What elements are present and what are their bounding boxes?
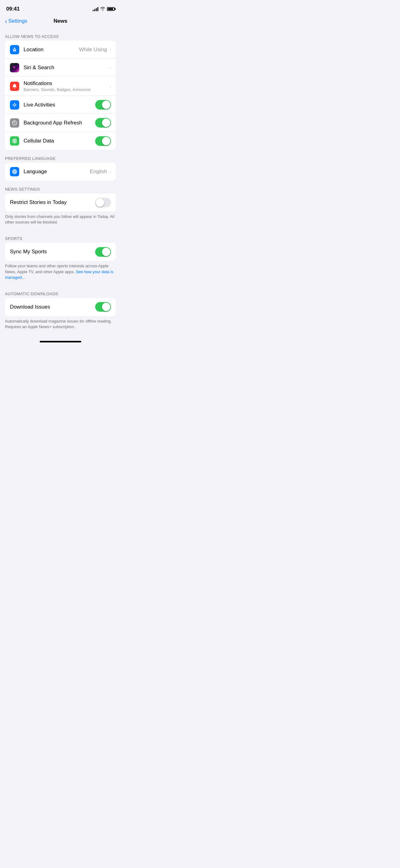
location-title: Location [24,46,79,53]
siri-title: Siri & Search [24,65,109,71]
section-news-settings-header: NEWS SETTINGS [0,181,121,193]
download-issues-toggle[interactable] [95,302,111,312]
home-bar [40,341,81,342]
location-right: While Using › [79,46,111,53]
battery-icon [107,7,115,11]
location-content: Location [24,46,79,53]
page-title: News [54,18,67,24]
background-refresh-toggle[interactable] [95,118,111,128]
status-icons [93,6,115,11]
background-refresh-content: Background App Refresh [24,120,95,126]
restrict-stories-title: Restrict Stories in Today [10,199,95,206]
language-content: Language [24,168,90,175]
restrict-stories-content: Restrict Stories in Today [10,199,95,206]
download-issues-row[interactable]: Download Issues [5,298,116,316]
cellular-data-title: Cellular Data [24,138,95,144]
back-label: Settings [8,18,27,24]
live-activities-content: Live Activities [24,102,95,108]
sync-sports-toggle[interactable] [95,247,111,257]
live-activities-toggle[interactable] [95,100,111,110]
background-refresh-row[interactable]: Background App Refresh [5,114,116,132]
language-value: English [90,168,107,175]
section-allow-access-header: ALLOW NEWS TO ACCESS [0,28,121,41]
location-row[interactable]: Location While Using › [5,41,116,59]
siri-icon [10,63,19,72]
svg-point-1 [12,65,17,70]
sync-sports-title: Sync My Sports [10,249,95,255]
svg-point-0 [14,49,15,50]
siri-row[interactable]: Siri & Search › [5,59,116,77]
status-time: 09:41 [6,6,20,12]
live-activities-row[interactable]: Live Activities [5,96,116,114]
news-settings-group: Restrict Stories in Today [5,193,116,211]
sports-info: Follow your teams and other sports inter… [0,261,121,285]
siri-right: › [109,65,111,70]
location-value: While Using [79,46,107,53]
notifications-content: Notifications Banners, Sounds, Badges, A… [24,81,109,92]
news-settings-info: Only stories from channels you follow wi… [0,211,121,230]
allow-access-group: Location While Using › Siri & Search [5,41,116,150]
language-chevron: › [109,169,111,174]
sync-sports-content: Sync My Sports [10,249,95,255]
downloads-group: Download Issues [5,298,116,316]
wifi-icon [100,6,105,11]
back-chevron-icon: ‹ [5,18,7,24]
live-activities-icon [10,100,19,110]
signal-icon [93,7,98,11]
live-activities-title: Live Activities [24,102,95,108]
cellular-data-row[interactable]: Cellular Data [5,132,116,150]
notifications-chevron: › [109,84,111,89]
download-issues-title: Download Issues [10,304,95,310]
language-right: English › [90,168,111,175]
downloads-info: Automatically download magazine issues f… [0,316,121,335]
home-indicator [0,335,121,345]
nav-header: ‹ Settings News [0,16,121,28]
notifications-row[interactable]: Notifications Banners, Sounds, Badges, A… [5,77,116,96]
section-language-header: PREFERRED LANGUAGE [0,150,121,163]
notifications-subtitle: Banners, Sounds, Badges, Announce [24,87,109,92]
cellular-data-icon [10,136,19,146]
notifications-right: › [109,84,111,89]
cellular-data-content: Cellular Data [24,138,95,144]
section-sports-header: SPORTS [0,230,121,243]
language-row[interactable]: Language English › [5,163,116,181]
notifications-title: Notifications [24,81,109,87]
sync-sports-row[interactable]: Sync My Sports [5,243,116,261]
background-refresh-title: Background App Refresh [24,120,95,126]
status-bar: 09:41 [0,0,121,16]
language-group: Language English › [5,163,116,181]
back-button[interactable]: ‹ Settings [5,18,27,24]
svg-point-3 [14,104,15,105]
section-downloads-header: AUTOMATIC DOWNLOADS [0,285,121,298]
language-title: Language [24,168,90,175]
background-refresh-icon [10,118,19,128]
notifications-icon [10,82,19,91]
restrict-stories-row[interactable]: Restrict Stories in Today [5,193,116,211]
siri-content: Siri & Search [24,65,109,71]
location-icon [10,45,19,54]
language-icon [10,167,19,176]
restrict-stories-toggle[interactable] [95,198,111,207]
location-chevron: › [109,47,111,52]
siri-chevron: › [109,65,111,70]
download-issues-content: Download Issues [10,304,95,310]
sports-group: Sync My Sports [5,243,116,261]
cellular-data-toggle[interactable] [95,136,111,146]
